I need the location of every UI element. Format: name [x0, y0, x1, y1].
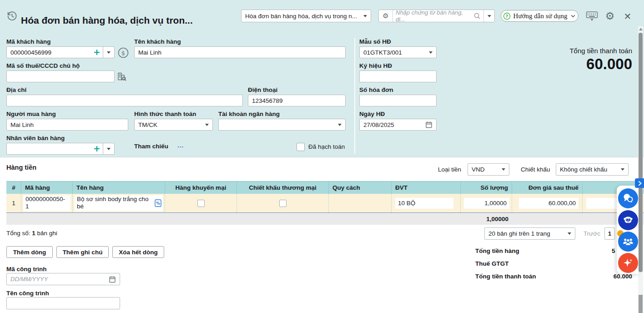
- payment-method-value: TM/CK: [138, 121, 157, 128]
- promo-checkbox[interactable]: [197, 200, 205, 207]
- address-label: Địa chỉ: [6, 86, 26, 93]
- invoice-date-label: Ngày HĐ: [359, 111, 385, 117]
- ai-sparkle-button[interactable]: [618, 253, 638, 273]
- invoice-date-input[interactable]: 27/08/2025: [359, 119, 437, 131]
- add-row-button[interactable]: Thêm dòng: [6, 246, 53, 258]
- vat-label: Thuế GTGT: [475, 260, 509, 267]
- prev-page-link[interactable]: Trước: [584, 230, 600, 237]
- invoice-template-select[interactable]: 01GTKT3/001: [359, 46, 437, 58]
- chat-support-button[interactable]: [618, 188, 638, 208]
- currency-label: Loại tiền: [438, 166, 461, 173]
- column-header-trade-discount[interactable]: Chiết khấu thương mại: [237, 182, 329, 194]
- items-table-header: # Mã hàng Tên hàng Hàng khuyến mại Chiết…: [6, 181, 644, 194]
- goods-total-value: 5: [612, 247, 615, 254]
- currency-select[interactable]: VND: [468, 163, 509, 176]
- plus-icon[interactable]: [94, 146, 100, 152]
- community-button[interactable]: [618, 232, 638, 252]
- scrollbar-up-arrow[interactable]: [639, 28, 643, 30]
- project-code-input[interactable]: DD/MM/YYYY: [6, 273, 120, 285]
- phone-input[interactable]: 123456789: [248, 95, 346, 106]
- bank-account-select[interactable]: [218, 119, 346, 131]
- search-dropdown-button[interactable]: [483, 10, 494, 22]
- discount-select[interactable]: Không chiết khấu: [556, 163, 629, 176]
- scrollbar-thumb[interactable]: [639, 33, 643, 272]
- record-count-text: Tổng số: 1 bản ghi: [6, 230, 57, 237]
- calendar-icon[interactable]: [425, 121, 433, 128]
- project-code-placeholder: DD/MM/YYYY: [10, 276, 48, 283]
- page-size-value: 20 bản ghi trên 1 trang: [488, 230, 550, 237]
- calendar-icon[interactable]: [109, 276, 116, 283]
- table-row[interactable]: 1 00000000050-1 Bộ sơ sinh body trắng ch…: [6, 194, 644, 213]
- page-number-box[interactable]: 1: [604, 227, 615, 240]
- collapse-panel-button[interactable]: [635, 178, 644, 188]
- chevron-down-icon: [338, 124, 342, 126]
- percent-document-icon[interactable]: %: [155, 199, 161, 207]
- posted-checkbox[interactable]: [297, 143, 305, 151]
- svg-text:?: ?: [505, 13, 508, 18]
- scrollbar-thumb-lower[interactable]: [639, 295, 643, 313]
- ai-assistant-button[interactable]: [618, 210, 638, 230]
- items-section-title: Hàng tiền: [6, 164, 36, 171]
- item-name-input[interactable]: Bộ sơ sinh body trắng cho bé %: [75, 195, 163, 211]
- total-payment-label: Tổng tiền thanh toán: [569, 47, 632, 55]
- payment-method-select[interactable]: TM/CK: [134, 119, 213, 131]
- customer-code-dropdown-button[interactable]: [103, 47, 114, 58]
- item-code-input[interactable]: 00000000050-1: [23, 195, 70, 211]
- history-icon[interactable]: [6, 10, 18, 22]
- search-settings-button[interactable]: ⚙: [379, 10, 393, 22]
- unit-price-input[interactable]: 60.000,00: [519, 198, 579, 209]
- phone-value: 123456789: [252, 97, 283, 104]
- row-unit-price-cell: 60.000,00: [512, 194, 583, 212]
- buyer-input[interactable]: Mai Linh: [6, 119, 128, 131]
- trade-discount-checkbox[interactable]: [279, 200, 287, 207]
- payment-total-value: 60.000: [614, 273, 632, 280]
- posted-checkbox-label: Đã hạch toán: [308, 143, 345, 150]
- summary-quantity: 1,00000: [6, 216, 508, 222]
- chevron-down-icon: [488, 15, 491, 17]
- column-header-promo[interactable]: Hàng khuyến mại: [165, 182, 237, 194]
- customer-code-input[interactable]: 000000456999: [7, 47, 103, 58]
- doc-type-select[interactable]: Hóa đơn bán hàng hóa, dịch vụ trong n...: [241, 10, 371, 22]
- project-name-label: Tên công trình: [6, 290, 49, 297]
- customer-name-input[interactable]: Mai Linh: [134, 46, 346, 58]
- reference-more-link[interactable]: ...: [177, 142, 184, 149]
- column-header-index[interactable]: #: [6, 182, 21, 194]
- close-icon[interactable]: ✕: [622, 10, 633, 22]
- keyboard-shortcuts-button[interactable]: [586, 11, 598, 22]
- column-header-item-name[interactable]: Tên hàng: [73, 182, 165, 194]
- invoice-series-input[interactable]: [359, 71, 437, 82]
- currency-dollar-icon[interactable]: $: [117, 46, 129, 59]
- page-size-select[interactable]: 20 bản ghi trên 1 trang: [484, 227, 575, 240]
- column-header-item-code[interactable]: Mã hàng: [21, 182, 73, 194]
- tax-code-input[interactable]: [6, 71, 115, 82]
- column-header-spec[interactable]: Quy cách: [329, 182, 392, 194]
- unit-input[interactable]: 10 BỘ: [395, 198, 453, 209]
- delete-all-rows-button[interactable]: Xóa hết dòng: [112, 246, 164, 258]
- settings-gear-icon[interactable]: ⚙: [604, 10, 615, 22]
- salesperson-input[interactable]: [7, 143, 103, 154]
- add-note-button[interactable]: Thêm ghi chú: [56, 246, 109, 258]
- buyer-label: Người mua hàng: [6, 111, 56, 117]
- tax-lookup-icon[interactable]: [117, 71, 127, 81]
- invoice-number-input[interactable]: [359, 95, 437, 106]
- row-item-code-cell: 00000000050-1: [21, 194, 73, 212]
- plus-icon[interactable]: [94, 49, 100, 56]
- svg-text:%: %: [156, 201, 160, 206]
- customer-name-value: Mai Linh: [138, 49, 161, 56]
- column-header-unit[interactable]: ĐVT: [392, 182, 461, 194]
- project-name-input[interactable]: [6, 297, 120, 309]
- address-input[interactable]: [6, 95, 243, 106]
- salesperson-dropdown-button[interactable]: [103, 143, 114, 154]
- help-button[interactable]: ? Hướng dẫn sử dụng: [501, 10, 579, 22]
- help-icon: ?: [503, 12, 511, 20]
- customer-code-label: Mã khách hàng: [6, 38, 51, 45]
- chevron-down-icon: [363, 15, 367, 17]
- search-input[interactable]: Nhập chứng từ bán hàng, dị...: [393, 10, 483, 22]
- column-header-unit-price[interactable]: Đơn giá sau thuế: [512, 182, 583, 194]
- discount-value: Không chiết khấu: [560, 166, 607, 173]
- currency-value: VND: [472, 166, 485, 173]
- gear-icon: ⚙: [382, 13, 388, 20]
- column-header-quantity[interactable]: Số lượng: [461, 182, 512, 194]
- row-spec-cell[interactable]: [329, 194, 392, 212]
- quantity-input[interactable]: 1,00000: [464, 198, 509, 209]
